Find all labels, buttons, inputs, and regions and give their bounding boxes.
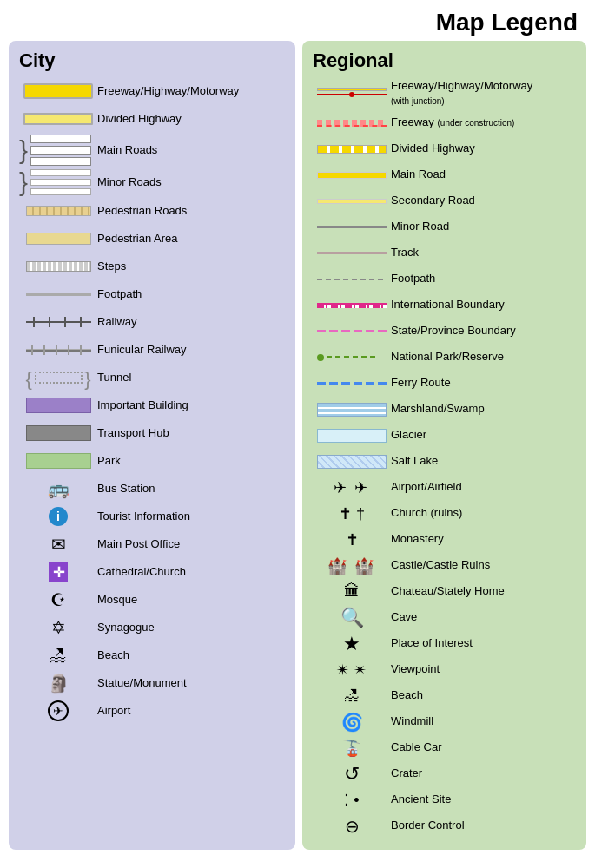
- r-cave-icon: 🔍: [317, 607, 387, 629]
- list-item: International Boundary: [313, 294, 576, 317]
- r-windmill-label: Windmill: [391, 714, 433, 729]
- r-chateau-icon: 🏛: [317, 582, 387, 601]
- r-main-road-label: Main Road: [391, 168, 446, 182]
- r-glacier-symbol: [317, 429, 387, 443]
- divided-label: Divided Highway: [97, 112, 182, 127]
- list-item: ✝ Monastery: [313, 529, 576, 551]
- list-item: Marshland/Swamp: [313, 398, 576, 421]
- city-heading: City: [19, 49, 285, 72]
- list-item: Park: [19, 449, 285, 473]
- list-item: Footpath: [19, 282, 285, 306]
- city-panel: City Freeway/Highway/Motorway Divided Hi…: [9, 41, 295, 850]
- r-border-icon: ⊖: [317, 816, 387, 837]
- list-item: ✡ Synagogue: [19, 615, 285, 640]
- tourist-info-label: Tourist Information: [97, 510, 190, 524]
- pedestrian-roads-label: Pedestrian Roads: [97, 204, 187, 219]
- minor-road-line: [30, 188, 91, 195]
- list-item: Minor Road: [313, 216, 576, 239]
- mosque-icon: ☪: [50, 591, 66, 608]
- list-item: 🚡 Cable Car: [313, 737, 576, 760]
- r-footpath-symbol: [317, 279, 387, 280]
- list-item: Main Road: [313, 164, 576, 187]
- list-item: { } Tunnel: [19, 365, 285, 390]
- list-item: i Tourist Information: [19, 504, 285, 529]
- r-freeway-construction-label: Freeway (under construction): [391, 115, 514, 130]
- r-state-boundary-symbol: [317, 330, 387, 332]
- r-cable-car-icon: 🚡: [317, 739, 387, 758]
- list-item: Secondary Road: [313, 190, 576, 213]
- synagogue-icon: ✡: [51, 619, 66, 636]
- r-minor-road-symbol: [317, 226, 387, 228]
- list-item: ★ Place of Interest: [313, 633, 576, 655]
- list-item: } Minor Roads: [19, 169, 285, 195]
- list-item: Freeway (under construction): [313, 112, 576, 135]
- r-freeway-symbol: [317, 86, 387, 102]
- list-item: 🗿 Statue/Monument: [19, 671, 285, 695]
- r-ancient-label: Ancient Site: [391, 792, 451, 807]
- transport-hub-label: Transport Hub: [97, 426, 169, 441]
- main-road-line: [30, 146, 91, 155]
- r-crater-label: Crater: [391, 766, 422, 781]
- pedestrian-area-label: Pedestrian Area: [97, 232, 178, 247]
- list-item: Freeway/Highway/Motorway: [19, 79, 285, 103]
- funicular-symbol: [26, 345, 91, 355]
- r-divided-symbol: [317, 145, 387, 154]
- minor-road-line: [30, 169, 91, 176]
- r-salt-lake-symbol: [317, 455, 387, 469]
- cathedral-label: Cathedral/Church: [97, 565, 186, 580]
- r-salt-lake-label: Salt Lake: [391, 454, 438, 469]
- list-item: Glacier: [313, 424, 576, 447]
- list-item: ⁚ • Ancient Site: [313, 789, 576, 812]
- statue-icon: 🗿: [48, 674, 69, 692]
- list-item: Freeway/Highway/Motorway (with junction): [313, 79, 576, 108]
- r-freeway-construction-symbol: [317, 120, 387, 127]
- r-windmill-icon: 🌀: [317, 712, 387, 733]
- bus-icon: 🚌: [48, 480, 69, 497]
- list-item: ⊖ Border Control: [313, 815, 576, 838]
- r-cable-car-label: Cable Car: [391, 740, 442, 755]
- r-castle-icon: 🏰 🏰: [317, 556, 387, 575]
- r-track-label: Track: [391, 246, 419, 260]
- list-item: State/Province Boundary: [313, 320, 576, 343]
- r-chateau-label: Chateau/Stately Home: [391, 584, 505, 599]
- park-symbol: [26, 453, 91, 469]
- list-item: 🏛 Chateau/Stately Home: [313, 581, 576, 603]
- brace-icon: }: [19, 137, 28, 163]
- r-border-label: Border Control: [391, 819, 465, 833]
- freeway-symbol: [23, 83, 93, 99]
- tunnel-label: Tunnel: [97, 371, 131, 385]
- r-castle-label: Castle/Castle Ruins: [391, 558, 490, 573]
- r-marshland-symbol: [317, 403, 387, 417]
- footpath-label: Footpath: [97, 287, 142, 302]
- list-item: Salt Lake: [313, 450, 576, 473]
- r-beach-label: Beach: [391, 688, 423, 703]
- r-secondary-label: Secondary Road: [391, 194, 475, 208]
- airport-label: Airport: [97, 704, 130, 719]
- list-item: 🏰 🏰 Castle/Castle Ruins: [313, 555, 576, 577]
- list-item: ✈ Airport: [19, 699, 285, 723]
- r-national-park-symbol: [317, 354, 387, 361]
- r-airport-icon: ✈ ✈: [317, 478, 387, 497]
- r-freeway-label: Freeway/Highway/Motorway (with junction): [391, 79, 532, 108]
- list-item: Pedestrian Area: [19, 227, 285, 251]
- list-item: Ferry Route: [313, 372, 576, 395]
- list-item: ✛ Cathedral/Church: [19, 560, 285, 584]
- steps-label: Steps: [97, 260, 126, 274]
- list-item: Pedestrian Roads: [19, 199, 285, 223]
- r-viewpoint-label: Viewpoint: [391, 662, 440, 677]
- list-item: 🌀 Windmill: [313, 711, 576, 733]
- list-item: 🚌 Bus Station: [19, 477, 285, 501]
- regional-heading: Regional: [313, 49, 576, 72]
- r-state-boundary-label: State/Province Boundary: [391, 324, 516, 339]
- pedestrian-roads-symbol: [26, 206, 91, 216]
- list-item: National Park/Reserve: [313, 346, 576, 369]
- list-item: 🏖 Beach: [313, 685, 576, 707]
- list-item: Important Building: [19, 393, 285, 418]
- list-item: ✉ Main Post Office: [19, 532, 285, 556]
- list-item: ✈ ✈ Airport/Airfield: [313, 477, 576, 499]
- important-building-label: Important Building: [97, 398, 188, 413]
- divided-symbol: [23, 113, 93, 125]
- brace-icon: }: [19, 169, 28, 195]
- main-road-line: [30, 135, 91, 143]
- statue-label: Statue/Monument: [97, 676, 187, 691]
